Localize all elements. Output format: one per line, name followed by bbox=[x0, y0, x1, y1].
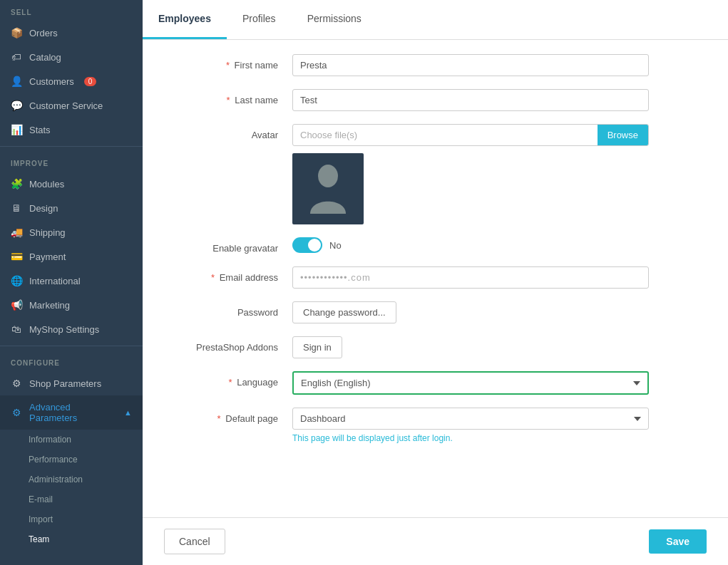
last-name-input[interactable] bbox=[292, 89, 649, 111]
sidebar-item-stats[interactable]: 📊 Stats bbox=[0, 118, 143, 142]
shipping-icon: 🚚 bbox=[11, 227, 22, 238]
payment-icon: 💳 bbox=[11, 251, 22, 262]
sidebar-item-stats-label: Stats bbox=[29, 125, 51, 135]
first-name-row: * First name bbox=[164, 54, 707, 76]
sidebar-item-marketing-label: Marketing bbox=[29, 300, 70, 311]
sidebar-item-international[interactable]: 🌐 International bbox=[0, 269, 143, 293]
sidebar-sub-item-team-label: Team bbox=[29, 534, 49, 544]
language-row: * Language English (English) French (Fra… bbox=[164, 371, 707, 395]
sidebar-item-orders[interactable]: 📦 Orders bbox=[0, 21, 143, 45]
password-field: Change password... bbox=[292, 301, 649, 323]
sidebar-sub-item-information[interactable]: Information bbox=[0, 430, 143, 450]
tab-profiles[interactable]: Profiles bbox=[227, 0, 292, 39]
sidebar-item-modules-label: Modules bbox=[29, 179, 64, 190]
sidebar-item-payment[interactable]: 💳 Payment bbox=[0, 244, 143, 269]
international-icon: 🌐 bbox=[11, 275, 22, 286]
tab-permissions[interactable]: Permissions bbox=[292, 0, 377, 39]
prestashop-addons-label: PrestaShop Addons bbox=[164, 336, 292, 353]
sidebar-sub-item-administration[interactable]: Administration bbox=[0, 470, 143, 489]
gravatar-toggle[interactable] bbox=[292, 237, 322, 253]
default-page-label: * Default page bbox=[164, 408, 292, 424]
sidebar-item-design[interactable]: 🖥 Design bbox=[0, 196, 143, 220]
first-name-input[interactable] bbox=[292, 54, 649, 76]
configure-section-label: CONFIGURE bbox=[0, 351, 143, 371]
catalog-icon: 🏷 bbox=[11, 51, 22, 63]
avatar-file-text: Choose file(s) bbox=[293, 125, 598, 145]
marketing-icon: 📢 bbox=[11, 299, 22, 311]
customer-service-icon: 💬 bbox=[11, 100, 22, 111]
avatar-file-row: Choose file(s) Browse bbox=[292, 124, 649, 146]
email-input[interactable] bbox=[292, 266, 649, 289]
sidebar-item-shop-parameters-label: Shop Parameters bbox=[29, 378, 101, 389]
first-name-label: * First name bbox=[164, 54, 292, 71]
prestashop-addons-field: Sign in bbox=[292, 336, 649, 358]
sign-in-button[interactable]: Sign in bbox=[292, 336, 342, 358]
myshop-icon: 🛍 bbox=[11, 323, 22, 335]
avatar-field: Choose file(s) Browse bbox=[292, 124, 649, 224]
first-name-field bbox=[292, 54, 649, 76]
enable-gravatar-label: Enable gravatar bbox=[164, 237, 292, 254]
sidebar-sub-item-import-label: Import bbox=[29, 514, 53, 524]
default-page-required: * bbox=[217, 413, 221, 424]
default-page-field: Dashboard Orders Catalog Customers This … bbox=[292, 408, 649, 443]
tab-employees[interactable]: Employees bbox=[143, 0, 227, 39]
sidebar-divider-2 bbox=[0, 346, 143, 346]
sidebar-item-shop-parameters[interactable]: ⚙ Shop Parameters bbox=[0, 371, 143, 395]
advanced-params-label: Advanced Parameters bbox=[29, 402, 117, 423]
email-field bbox=[292, 266, 649, 289]
last-name-field bbox=[292, 89, 649, 111]
shop-parameters-icon: ⚙ bbox=[11, 378, 22, 389]
sidebar-item-customers[interactable]: 👤 Customers 0 bbox=[0, 69, 143, 93]
last-name-required: * bbox=[227, 95, 230, 105]
improve-section-label: IMPROVE bbox=[0, 151, 143, 172]
sidebar-item-catalog[interactable]: 🏷 Catalog bbox=[0, 45, 143, 69]
default-page-hint: This page will be displayed just after l… bbox=[292, 433, 649, 443]
language-field: English (English) French (Français) Span… bbox=[292, 371, 649, 395]
first-name-required: * bbox=[226, 60, 230, 71]
cancel-button[interactable]: Cancel bbox=[164, 529, 225, 554]
enable-gravatar-field: No bbox=[292, 237, 649, 253]
customers-icon: 👤 bbox=[11, 76, 22, 87]
sidebar-item-customer-service-label: Customer Service bbox=[29, 100, 103, 111]
sidebar: SELL 📦 Orders 🏷 Catalog 👤 Customers 0 💬 … bbox=[0, 0, 143, 565]
sidebar-sub-item-information-label: Information bbox=[29, 435, 71, 445]
sidebar-item-design-label: Design bbox=[29, 203, 58, 214]
toggle-row: No bbox=[292, 237, 649, 253]
sidebar-sub-item-team[interactable]: Team bbox=[0, 529, 143, 549]
sidebar-sub-item-import[interactable]: Import bbox=[0, 509, 143, 529]
gravatar-status-label: No bbox=[329, 240, 342, 251]
last-name-row: * Last name bbox=[164, 89, 707, 111]
sidebar-sub-item-performance[interactable]: Performance bbox=[0, 450, 143, 470]
language-required: * bbox=[228, 377, 232, 388]
stats-icon: 📊 bbox=[11, 124, 22, 135]
sidebar-item-catalog-label: Catalog bbox=[29, 52, 61, 63]
prestashop-addons-row: PrestaShop Addons Sign in bbox=[164, 336, 707, 358]
avatar-silhouette-icon bbox=[307, 160, 349, 217]
sidebar-item-payment-label: Payment bbox=[29, 252, 66, 262]
sidebar-item-myshop[interactable]: 🛍 MyShop Settings bbox=[0, 317, 143, 341]
sidebar-item-advanced-parameters[interactable]: ⚙ Advanced Parameters ▲ bbox=[0, 395, 143, 430]
sidebar-sub-item-email[interactable]: E-mail bbox=[0, 489, 143, 509]
sidebar-item-shipping-label: Shipping bbox=[29, 227, 66, 238]
password-row: Password Change password... bbox=[164, 301, 707, 323]
sidebar-item-customer-service[interactable]: 💬 Customer Service bbox=[0, 93, 143, 118]
sidebar-sub-item-performance-label: Performance bbox=[29, 455, 78, 465]
toggle-knob bbox=[308, 239, 321, 252]
sidebar-item-marketing[interactable]: 📢 Marketing bbox=[0, 293, 143, 317]
sidebar-item-modules[interactable]: 🧩 Modules bbox=[0, 172, 143, 196]
email-label: * Email address bbox=[164, 266, 292, 283]
avatar-row: Avatar Choose file(s) Browse bbox=[164, 124, 707, 224]
customers-badge: 0 bbox=[84, 77, 97, 86]
browse-button[interactable]: Browse bbox=[598, 125, 648, 145]
chevron-up-icon: ▲ bbox=[124, 408, 132, 417]
enable-gravatar-row: Enable gravatar No bbox=[164, 237, 707, 254]
sidebar-item-international-label: International bbox=[29, 276, 81, 286]
form-footer: Cancel Save bbox=[143, 517, 728, 565]
default-page-select[interactable]: Dashboard Orders Catalog Customers bbox=[292, 408, 649, 430]
sidebar-divider-1 bbox=[0, 146, 143, 147]
sidebar-item-shipping[interactable]: 🚚 Shipping bbox=[0, 220, 143, 244]
save-button[interactable]: Save bbox=[649, 529, 707, 554]
change-password-button[interactable]: Change password... bbox=[292, 301, 396, 323]
design-icon: 🖥 bbox=[11, 202, 22, 214]
language-select[interactable]: English (English) French (Français) Span… bbox=[292, 371, 649, 395]
